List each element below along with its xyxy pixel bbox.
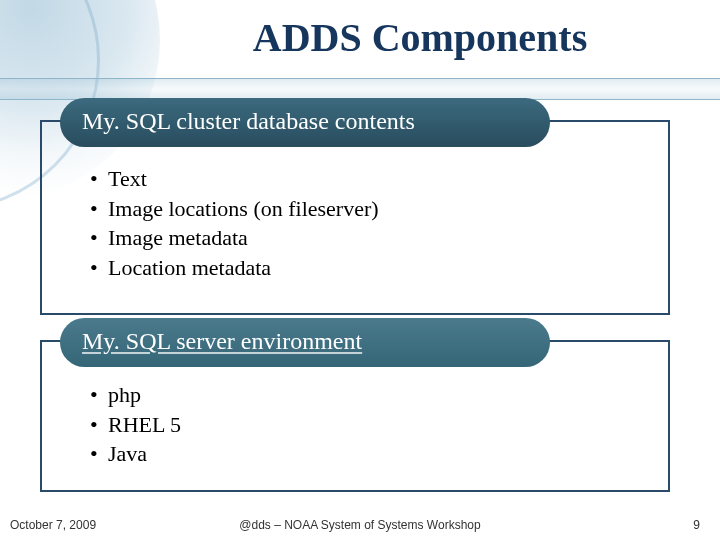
list-item: Location metadata: [90, 253, 648, 283]
slide: ADDS Components My. SQL cluster database…: [0, 0, 720, 540]
list-item: Image locations (on fileserver): [90, 194, 648, 224]
title-band: [0, 78, 720, 100]
section-box-2: My. SQL server environment php RHEL 5 Ja…: [40, 340, 670, 492]
list-item: Java: [90, 439, 648, 469]
section-heading-2: My. SQL server environment: [82, 328, 362, 354]
list-item: Text: [90, 164, 648, 194]
list-item: RHEL 5: [90, 410, 648, 440]
footer-page-number: 9: [693, 518, 700, 532]
bullet-list-2: php RHEL 5 Java: [90, 380, 648, 469]
section-heading-pill-1: My. SQL cluster database contents: [60, 98, 550, 147]
footer-center-text: @dds – NOAA System of Systems Workshop: [0, 518, 720, 532]
bullet-list-1: Text Image locations (on fileserver) Ima…: [90, 164, 648, 283]
section-heading-1: My. SQL cluster database contents: [82, 108, 415, 134]
slide-footer: October 7, 2009 @dds – NOAA System of Sy…: [0, 512, 720, 532]
section-heading-pill-2: My. SQL server environment: [60, 318, 550, 367]
list-item: php: [90, 380, 648, 410]
section-box-1: My. SQL cluster database contents Text I…: [40, 120, 670, 315]
page-title: ADDS Components: [0, 14, 700, 61]
list-item: Image metadata: [90, 223, 648, 253]
